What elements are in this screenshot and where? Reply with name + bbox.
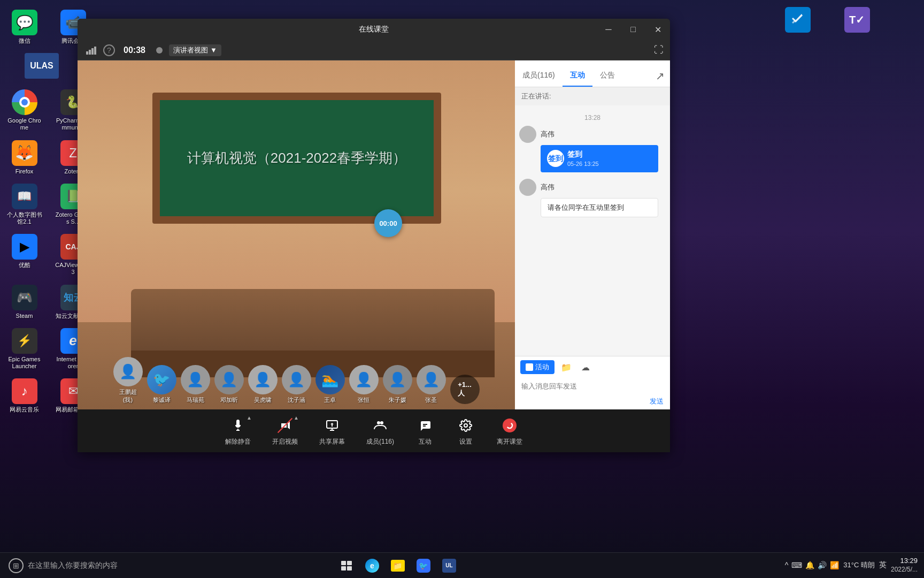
view-mode-label: 演讲者视图 bbox=[173, 45, 208, 55]
leave-button[interactable]: 离开课堂 bbox=[497, 416, 522, 446]
avatar-zhuziyuan: 👤 bbox=[383, 365, 412, 394]
search-circle-icon: ⊞ bbox=[9, 558, 24, 573]
avatar-wangzhuo: 🏊 bbox=[315, 365, 345, 394]
chat-text-content: 请各位同学在互动里签到 bbox=[548, 203, 624, 211]
taskbar-edge[interactable]: e bbox=[360, 554, 384, 577]
taskbar-clock[interactable]: 13:29 2022/5/... bbox=[891, 557, 918, 574]
icon-wechat[interactable]: 💬 微信 bbox=[4, 7, 44, 47]
icon-task-t[interactable]: T✓ bbox=[837, 5, 877, 37]
taskbar-icons: e 📁 🐦 UL bbox=[330, 554, 465, 577]
members-label: 成员(116) bbox=[366, 437, 394, 446]
participant-zhangheng: 👤 张恒 bbox=[349, 365, 379, 404]
signal-icon[interactable] bbox=[84, 44, 99, 57]
view-mode-selector[interactable]: 演讲者视图 ▼ bbox=[169, 44, 221, 56]
sign-title: 签到 bbox=[567, 149, 599, 160]
activity-button[interactable]: 活动 bbox=[520, 360, 555, 374]
chat-sender-2: 高伟 bbox=[519, 179, 666, 196]
sender-avatar-2 bbox=[519, 179, 536, 196]
folder-icon[interactable]: 📁 bbox=[559, 360, 574, 375]
title-bar: 在线课堂 ─ □ ✕ bbox=[78, 19, 670, 40]
icon-netease-music[interactable]: ♪ 网易云音乐 bbox=[4, 376, 44, 415]
screen-share-label: 共享屏幕 bbox=[319, 437, 345, 446]
notification-icon[interactable]: 🔔 bbox=[805, 561, 814, 569]
icon-firefox[interactable]: 🦊 Firefox bbox=[4, 138, 44, 177]
speaking-label: 正在讲话: bbox=[515, 87, 670, 105]
tray-expand-icon[interactable]: ^ bbox=[785, 561, 789, 569]
more-count: +1...人 bbox=[450, 375, 480, 404]
taskbar-task-view[interactable] bbox=[335, 554, 358, 577]
send-button[interactable]: 发送 bbox=[515, 394, 670, 409]
icon-epic[interactable]: ⚡ Epic Games Launcher bbox=[4, 326, 44, 372]
window-controls: ─ □ ✕ bbox=[596, 19, 670, 40]
tab-announcement[interactable]: 公告 bbox=[592, 65, 622, 87]
activity-icon bbox=[526, 363, 533, 371]
video-label: 开启视频 bbox=[272, 437, 298, 446]
svg-rect-12 bbox=[347, 561, 352, 565]
settings-button[interactable]: 设置 bbox=[456, 416, 475, 446]
avatar-dengjia: 👤 bbox=[214, 365, 244, 394]
cloud-icon[interactable]: ☁ bbox=[578, 360, 593, 375]
participants-row: 👤 王鹏超(我) 🐦 黎诚译 👤 马瑞苑 👤 邓加昕 bbox=[78, 357, 515, 404]
clock-date: 2022/5/... bbox=[891, 566, 918, 574]
participant-wuhuxiao: 👤 吴虎啸 bbox=[248, 365, 278, 404]
icon-chrome[interactable]: Google Chrome bbox=[4, 87, 44, 133]
icon-youku[interactable]: ▶ 优酷 bbox=[4, 232, 44, 278]
fullscreen-button[interactable]: ⛶ bbox=[654, 44, 664, 56]
window-title: 在线课堂 bbox=[359, 25, 389, 34]
countdown-timer: 00:00 bbox=[374, 209, 402, 237]
tab-members[interactable]: 成员(116) bbox=[515, 65, 563, 87]
svg-rect-2 bbox=[91, 48, 94, 55]
leave-label: 离开课堂 bbox=[497, 437, 522, 446]
svg-point-6 bbox=[380, 421, 383, 424]
participant-more[interactable]: +1...人 bbox=[450, 375, 480, 404]
classroom-area: 计算机视觉（2021-2022春季学期） 00:00 👤 王鹏超(我) 🐦 黎诚… bbox=[78, 60, 515, 409]
language-label[interactable]: 英 bbox=[879, 560, 887, 570]
members-button[interactable]: 成员(116) bbox=[366, 416, 394, 446]
svg-rect-0 bbox=[86, 51, 88, 55]
icon-vscode[interactable] bbox=[777, 5, 818, 37]
clock-time: 13:29 bbox=[891, 557, 918, 566]
tab-interact[interactable]: 互动 bbox=[563, 65, 592, 87]
toolbar: ? 00:38 演讲者视图 ▼ ⛶ bbox=[78, 40, 670, 60]
chat-timestamp: 13:28 bbox=[519, 114, 666, 121]
taskbar-feishu[interactable]: 🐦 bbox=[412, 554, 435, 577]
icon-steam[interactable]: 🎮 Steam bbox=[4, 283, 44, 322]
keyboard-icon[interactable]: ⌨ bbox=[791, 561, 802, 569]
taskbar-ulas[interactable]: UL bbox=[437, 554, 461, 577]
participant-shenzihan: 👤 沈子涵 bbox=[282, 365, 311, 404]
content-area: 计算机视觉（2021-2022春季学期） 00:00 👤 王鹏超(我) 🐦 黎诚… bbox=[78, 60, 670, 409]
course-title: 计算机视觉（2021-2022春季学期） bbox=[187, 149, 406, 168]
help-icon[interactable]: ? bbox=[103, 44, 115, 56]
participant-lichengyi: 🐦 黎诚译 bbox=[147, 365, 176, 404]
screen-share-button[interactable]: 共享屏幕 bbox=[319, 416, 345, 446]
chat-area[interactable]: 13:28 高伟 签到 签到 05-26 13:25 bbox=[515, 105, 670, 356]
volume-icon[interactable]: 🔊 bbox=[818, 561, 827, 569]
activity-label: 活动 bbox=[535, 362, 549, 372]
interact-button[interactable]: 互动 bbox=[415, 416, 435, 446]
leave-icon bbox=[500, 416, 519, 435]
message-input[interactable] bbox=[515, 378, 670, 394]
mute-button[interactable]: ▲ 解除静音 bbox=[225, 416, 251, 446]
avatar-zhangheng: 👤 bbox=[349, 365, 379, 394]
svg-point-9 bbox=[464, 424, 467, 427]
maximize-button[interactable]: □ bbox=[621, 19, 645, 40]
sign-info: 签到 05-26 13:25 bbox=[567, 149, 599, 168]
taskbar-search[interactable]: ⊞ 在这里输入你要搜索的内容 bbox=[0, 558, 330, 573]
video-button[interactable]: ▲ 开启视频 bbox=[272, 416, 298, 446]
minimize-button[interactable]: ─ bbox=[596, 19, 621, 40]
chat-sender-1: 高伟 bbox=[519, 126, 666, 143]
icon-ulas-top[interactable]: ULAS bbox=[4, 51, 79, 83]
record-icon[interactable] bbox=[154, 45, 165, 56]
chevron-down-icon: ▼ bbox=[210, 46, 217, 54]
network-icon[interactable]: 📶 bbox=[830, 561, 839, 569]
svg-point-10 bbox=[503, 419, 517, 432]
top-right-apps: T✓ bbox=[773, 3, 881, 39]
taskbar-file-explorer[interactable]: 📁 bbox=[386, 554, 410, 577]
right-panel: 成员(116) 互动 公告 ↗ 正在讲话: 13:28 bbox=[515, 60, 670, 409]
sign-in-card[interactable]: 签到 签到 05-26 13:25 bbox=[541, 145, 658, 172]
sender-name-2: 高伟 bbox=[541, 182, 555, 192]
export-icon[interactable]: ↗ bbox=[656, 70, 665, 82]
interact-icon bbox=[415, 416, 435, 435]
icon-personal-library[interactable]: 📖 个人数字图书馆2.1 bbox=[4, 181, 44, 227]
close-button[interactable]: ✕ bbox=[645, 19, 670, 40]
